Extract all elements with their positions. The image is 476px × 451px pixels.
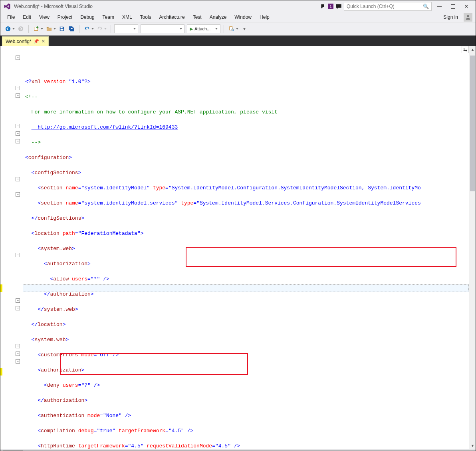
close-tab-icon[interactable]: ✕ [42,39,45,44]
scrollbar-thumb[interactable] [470,56,475,191]
toolbar-overflow-icon[interactable]: ▾ [240,24,249,33]
svg-point-1 [467,15,469,17]
quick-launch-input[interactable]: Quick Launch (Ctrl+Q) 🔍 [344,2,432,11]
menu-analyze[interactable]: Analyze [206,13,230,21]
fold-toggle[interactable]: − [16,253,20,257]
notification-flag-icon[interactable] [318,3,326,10]
window-title: Web.config* - Microsoft Visual Studio [14,4,93,9]
new-project-button[interactable] [32,24,41,33]
save-all-button[interactable] [67,24,76,33]
scroll-up-icon[interactable]: ▲ [469,46,476,53]
nav-back-button[interactable] [4,24,12,33]
document-tab-well: Web.config* 📌 ✕ [0,36,476,46]
undo-button[interactable] [83,24,91,33]
solution-platform-combo[interactable] [141,24,184,33]
play-icon: ▶ [190,26,193,32]
menu-test[interactable]: Test [189,13,205,21]
split-editor-icon[interactable]: ⇆ [462,46,469,53]
toolbar: ▶Attach... ▾ [0,22,476,36]
fold-toggle[interactable]: − [16,131,20,136]
find-in-files-button[interactable] [227,24,236,33]
nav-forward-button[interactable] [16,24,25,33]
svg-point-3 [18,26,23,31]
feedback-icon[interactable] [335,3,342,10]
menu-bar: File Edit View Project Debug Team XML To… [0,12,476,22]
fold-toggle[interactable]: − [16,192,20,197]
menu-edit[interactable]: Edit [19,13,35,21]
code-text-area[interactable]: <?xml version="1.0"?> <!-- For more info… [23,46,469,449]
fold-toggle[interactable]: − [16,56,20,60]
toolbar-separator [79,25,79,33]
fold-toggle[interactable]: − [16,93,20,98]
fold-toggle[interactable]: − [16,298,20,303]
notification-count-badge[interactable]: 1 [328,4,333,9]
vs-logo-icon [4,3,11,10]
fold-toggle[interactable]: − [16,352,20,356]
svg-point-2 [6,26,10,31]
menu-project[interactable]: Project [54,13,76,21]
open-file-button[interactable] [45,24,54,33]
quick-launch-placeholder: Quick Launch (Ctrl+Q) [347,4,395,9]
title-bar: Web.config* - Microsoft Visual Studio 1 … [0,0,476,12]
menu-view[interactable]: View [36,13,53,21]
menu-architecture[interactable]: Architecture [156,13,188,21]
solution-config-combo[interactable] [114,24,138,33]
redo-button[interactable] [95,24,104,33]
toolbar-separator [28,25,29,33]
fold-toggle[interactable]: − [16,124,20,128]
menu-file[interactable]: File [4,13,18,21]
attach-label: Attach... [194,26,210,31]
sign-in-link[interactable]: Sign in [440,13,461,21]
user-avatar-icon[interactable] [464,13,472,22]
fold-toggle[interactable]: − [16,359,20,364]
menu-help[interactable]: Help [256,13,273,21]
no-issues-icon[interactable]: ▾ [25,449,34,451]
code-editor: − − − − − − − − − − − − − − <?xml versio… [0,46,476,449]
menu-window[interactable]: Window [231,13,255,21]
attach-debugger-button[interactable]: ▶Attach... [187,24,220,33]
menu-xml[interactable]: XML [119,13,136,21]
fold-toggle[interactable]: − [16,86,20,90]
fold-toggle[interactable]: − [16,139,20,143]
modification-bar [0,46,3,449]
menu-debug[interactable]: Debug [77,13,98,21]
maximize-button[interactable] [447,2,459,11]
toolbar-separator [224,25,224,33]
menu-tools[interactable]: Tools [137,13,155,21]
svg-rect-8 [230,27,232,30]
fold-toggle[interactable]: − [16,177,20,181]
close-button[interactable]: ✕ [460,2,472,11]
save-button[interactable] [58,24,66,33]
search-icon: 🔍 [423,4,429,9]
svg-rect-5 [61,27,63,29]
svg-rect-7 [71,28,72,29]
menu-team[interactable]: Team [99,13,118,21]
svg-rect-6 [61,29,63,31]
fold-toggle[interactable]: − [16,344,20,348]
fold-toggle[interactable]: − [16,306,20,310]
editor-status-bar: 100 % ▾ ◀ ▶ [0,449,476,451]
pin-icon[interactable]: 📌 [34,39,39,44]
toolbar-separator [111,25,111,33]
tab-label: Web.config* [6,39,31,44]
vertical-scrollbar[interactable]: ▲ ▼ [469,46,476,449]
scroll-down-icon[interactable]: ▼ [469,442,476,449]
minimize-button[interactable]: — [433,2,445,11]
document-tab-webconfig[interactable]: Web.config* 📌 ✕ [2,36,49,46]
editor-gutter: − − − − − − − − − − − − − − [0,46,23,449]
svg-rect-0 [451,4,455,8]
